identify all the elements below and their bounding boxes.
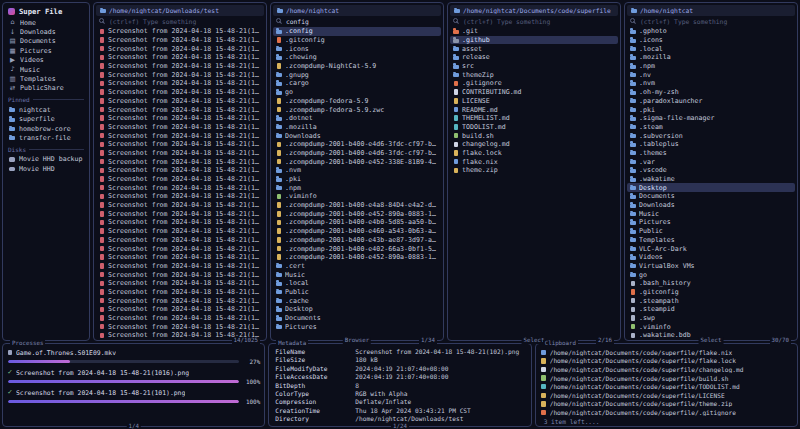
file-row[interactable]: .oh-my-zsh: [627, 88, 795, 97]
file-row[interactable]: Desktop: [273, 305, 441, 314]
sidebar-item-nightcat[interactable]: nightcat: [3, 105, 89, 114]
file-row[interactable]: Music: [273, 270, 441, 279]
file-panel-3[interactable]: /home/nightcat/Documents/code/superfile …: [447, 2, 621, 341]
file-row[interactable]: CONTRIBUTING.md: [450, 88, 618, 97]
file-row[interactable]: Screenshot from 2024-04-18 15-48-21(1…: [96, 114, 264, 123]
file-row[interactable]: Screenshot from 2024-04-18 15-48-21(1…: [96, 62, 264, 71]
file-row[interactable]: Screenshot from 2024-04-18 15-48-21(1…: [96, 79, 264, 88]
file-row[interactable]: Screenshot from 2024-04-18 15-48-21(1…: [96, 227, 264, 236]
file-row[interactable]: .viminfo: [627, 322, 795, 331]
metadata-panel[interactable]: Metadata FileNameScreenshot from 2024-04…: [268, 343, 531, 427]
file-row[interactable]: .zcompdump-2001-b400-e4b0-5d85-aa50-b6f2: [273, 218, 441, 227]
file-row[interactable]: .zcompdump-2001-b400-e4d6-3fdc-cf97-b8d4: [273, 140, 441, 149]
file-row[interactable]: flake.lock: [450, 149, 618, 158]
file-row[interactable]: .gphoto: [627, 27, 795, 36]
file-row[interactable]: Screenshot from 2024-04-18 15-48-21(1…: [96, 183, 264, 192]
file-row[interactable]: src: [450, 62, 618, 71]
sidebar-item-downloads[interactable]: ↓Downloads: [3, 27, 89, 36]
file-row[interactable]: Screenshot from 2024-04-18 15-48-21(1…: [96, 192, 264, 201]
file-row[interactable]: Desktop: [627, 183, 795, 192]
file-row[interactable]: LICENSE: [450, 97, 618, 106]
process-item[interactable]: ✓Screenshot from 2024-04-18 15-48-21(101…: [7, 388, 260, 405]
file-row[interactable]: .git: [450, 27, 618, 36]
file-row[interactable]: .vscode: [627, 166, 795, 175]
file-row[interactable]: .zcompdump-2001-b400-e452-890a-0883-1b5e: [273, 209, 441, 218]
search-input[interactable]: config: [271, 16, 443, 26]
file-row[interactable]: changelog.md: [450, 140, 618, 149]
clipboard-item[interactable]: /home/nightcat/Documents/code/superfile/…: [538, 382, 795, 391]
process-item[interactable]: Game.of.Thrones.S01E09.mkv27%: [7, 348, 260, 365]
file-row[interactable]: Screenshot from 2024-04-18 15-48-21(1…: [96, 166, 264, 175]
file-row[interactable]: Screenshot from 2024-04-18 15-48-21(1…: [96, 236, 264, 245]
file-row[interactable]: Screenshot from 2024-04-18 15-48-21(1…: [96, 322, 264, 331]
file-row[interactable]: .github: [450, 36, 618, 45]
file-panel-1[interactable]: /home/nightcat/Downloads/test (ctrl+f) T…: [93, 2, 267, 341]
sidebar-item-homebrew-core[interactable]: homebrew-core: [3, 124, 89, 133]
file-row[interactable]: .paradoxlauncher: [627, 97, 795, 106]
file-row[interactable]: .steampid: [627, 305, 795, 314]
clipboard-item[interactable]: /home/nightcat/Documents/code/superfile/…: [538, 391, 795, 400]
file-row[interactable]: Templates: [627, 236, 795, 245]
file-row[interactable]: .chewing: [273, 53, 441, 62]
file-row[interactable]: Screenshot from 2024-04-18 15-48-21(1…: [96, 253, 264, 262]
file-row[interactable]: .var: [627, 157, 795, 166]
file-row[interactable]: .pki: [627, 105, 795, 114]
sidebar-item-music[interactable]: ♪Music: [3, 65, 89, 74]
file-row[interactable]: .gitignore: [450, 79, 618, 88]
sidebar-item-transfer-file[interactable]: transfer-file: [3, 133, 89, 142]
sidebar-item-documents[interactable]: ▤Documents: [3, 37, 89, 46]
clipboard-item[interactable]: /home/nightcat/Documents/code/superfile/…: [538, 365, 795, 374]
file-row[interactable]: Screenshot from 2024-04-18 15-48-21(1…: [96, 209, 264, 218]
file-row[interactable]: VirtualBox VMs: [627, 262, 795, 271]
clipboard-item[interactable]: /home/nightcat/Documents/code/superfile/…: [538, 408, 795, 417]
file-row[interactable]: .wakatime: [627, 175, 795, 184]
file-row[interactable]: .nvm: [273, 166, 441, 175]
file-row[interactable]: go: [627, 270, 795, 279]
file-row[interactable]: flake.nix: [450, 157, 618, 166]
file-row[interactable]: .bash_history: [627, 279, 795, 288]
clipboard-item[interactable]: /home/nightcat/Documents/code/superfile/…: [538, 348, 795, 357]
file-row[interactable]: .config: [273, 27, 441, 36]
file-row[interactable]: .icons: [627, 36, 795, 45]
file-row[interactable]: release: [450, 53, 618, 62]
file-row[interactable]: Screenshot from 2024-04-18 15-48-21(1…: [96, 244, 264, 253]
clipboard-item[interactable]: /home/nightcat/Documents/code/superfile/…: [538, 357, 795, 366]
file-row[interactable]: .zcompdump-fedora-5.9: [273, 97, 441, 106]
file-row[interactable]: .pki: [273, 175, 441, 184]
file-row[interactable]: Screenshot from 2024-04-18 15-48-21(1…: [96, 88, 264, 97]
file-row[interactable]: Pictures: [273, 322, 441, 331]
file-row[interactable]: theme.zip: [450, 166, 618, 175]
file-row[interactable]: Downloads: [627, 201, 795, 210]
file-row[interactable]: Screenshot from 2024-04-18 15-48-21(1…: [96, 270, 264, 279]
file-row[interactable]: .zcompdump-2001-b400-e43b-ae87-3d97-a2c4: [273, 236, 441, 245]
file-row[interactable]: .subversion: [627, 131, 795, 140]
file-row[interactable]: Public: [273, 288, 441, 297]
file-row[interactable]: .zcompdump-fedora-5.9.zwc: [273, 105, 441, 114]
file-panel-2[interactable]: /home/nightcat config .config.gitconfig.…: [270, 2, 444, 341]
file-row[interactable]: Public: [627, 227, 795, 236]
file-row[interactable]: .gitconfig: [273, 36, 441, 45]
file-row[interactable]: Screenshot from 2024-04-18 15-48-21(1…: [96, 27, 264, 36]
file-row[interactable]: .dotnet: [273, 114, 441, 123]
sidebar-item-movie-hhd[interactable]: Movie HHD: [3, 164, 89, 173]
file-row[interactable]: .mozilla: [273, 123, 441, 132]
file-row[interactable]: Pictures: [627, 218, 795, 227]
file-row[interactable]: .viminfo: [273, 192, 441, 201]
file-row[interactable]: .sigma-file-manager: [627, 114, 795, 123]
sidebar-item-pictures[interactable]: ▦Pictures: [3, 46, 89, 55]
clipboard-item[interactable]: /home/nightcat/Documents/code/superfile/…: [538, 400, 795, 409]
clipboard-item[interactable]: /home/nightcat/Documents/code/superfile/…: [538, 374, 795, 383]
file-row[interactable]: .gnupg: [273, 70, 441, 79]
file-row[interactable]: Documents: [273, 314, 441, 323]
file-row[interactable]: .zcompdump-2001-b400-e452-338E-81B9-46f1: [273, 157, 441, 166]
file-row[interactable]: Screenshot from 2024-04-18 15-48-21(1…: [96, 279, 264, 288]
search-input[interactable]: (ctrl+f) Type something: [94, 16, 266, 26]
file-row[interactable]: README.md: [450, 105, 618, 114]
file-row[interactable]: .local: [273, 279, 441, 288]
clipboard-panel[interactable]: Clipboard /home/nightcat/Documents/code/…: [535, 343, 798, 427]
file-row[interactable]: Screenshot from 2024-04-18 15-48-21(1…: [96, 140, 264, 149]
file-row[interactable]: TODOLIST.md: [450, 123, 618, 132]
file-row[interactable]: Screenshot from 2024-04-18 15-48-21(1…: [96, 314, 264, 323]
file-row[interactable]: Screenshot from 2024-04-18 15-48-21(1…: [96, 296, 264, 305]
file-row[interactable]: .steam: [627, 123, 795, 132]
